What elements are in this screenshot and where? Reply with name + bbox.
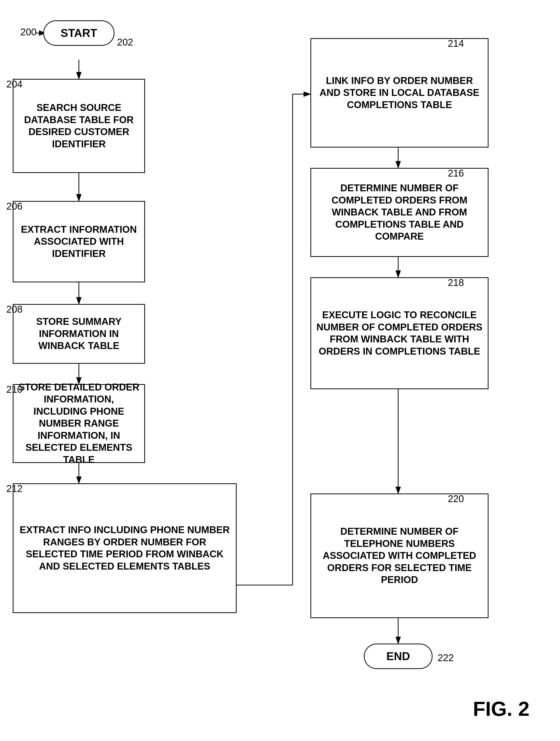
ref-204: 204 [6,79,22,90]
node-204: SEARCH SOURCE DATABASE TABLE FOR DESIRED… [13,79,145,173]
node-206: EXTRACT INFORMATION ASSOCIATED WITH IDEN… [13,201,145,282]
end-node: END [364,644,433,669]
ref-216: 216 [448,168,464,179]
ref-222: 222 [438,653,454,663]
ref-200: 200 [20,27,37,38]
ref-220: 220 [448,493,464,504]
ref-206: 206 [6,201,22,212]
ref-214: 214 [448,38,464,49]
ref-212: 212 [6,483,22,494]
node-220: DETERMINE NUMBER OF TELEPHONE NUMBERS AS… [310,493,489,618]
node-218: EXECUTE LOGIC TO RECONCILE NUMBER OF COM… [310,277,489,389]
start-node: START [43,20,115,46]
node-210: STORE DETAILED ORDER INFORMATION, INCLUD… [13,384,145,463]
ref-202: 202 [117,37,133,48]
ref-210: 210 [6,384,22,395]
node-214: LINK INFO BY ORDER NUMBER AND STORE IN L… [310,38,489,147]
figure-label: FIG. 2 [473,697,530,721]
node-212: EXTRACT INFO INCLUDING PHONE NUMBER RANG… [13,483,237,613]
node-208: STORE SUMMARY INFORMATION IN WINBACK TAB… [13,304,145,364]
ref-208: 208 [6,304,22,315]
ref-218: 218 [448,277,464,288]
node-216: DETERMINE NUMBER OF COMPLETED ORDERS FRO… [310,168,489,257]
flowchart-diagram: 200 START 202 SEARCH SOURCE DATABASE TAB… [0,0,560,741]
